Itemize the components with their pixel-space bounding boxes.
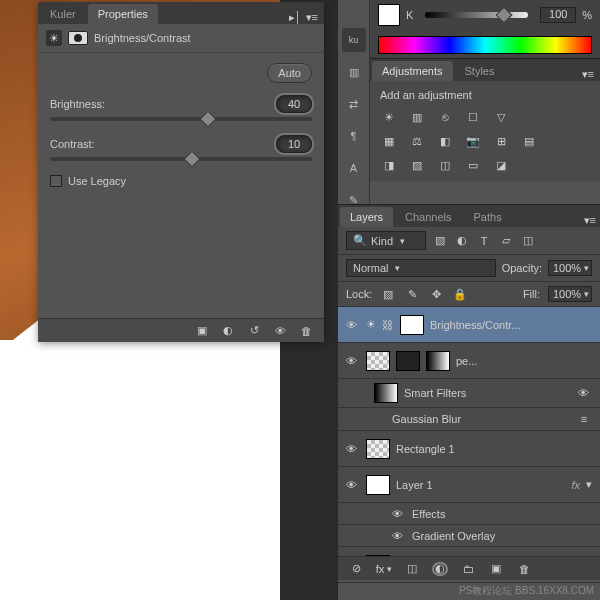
- tab-properties[interactable]: Properties: [88, 4, 158, 24]
- character-icon[interactable]: A: [342, 156, 366, 180]
- clip-icon[interactable]: ▣: [194, 324, 210, 338]
- lock-position-icon[interactable]: ✥: [428, 287, 444, 301]
- adj-bw-icon[interactable]: ◧: [436, 133, 454, 149]
- lock-transparency-icon[interactable]: ▧: [380, 287, 396, 301]
- adj-vibrance-icon[interactable]: ▽: [492, 109, 510, 125]
- adj-exposure-icon[interactable]: ☐: [464, 109, 482, 125]
- layer-1[interactable]: 👁 Layer 1 fx ▾: [338, 467, 600, 503]
- panel-menu-icon[interactable]: ▾≡: [582, 68, 594, 81]
- layer-mask-thumb[interactable]: [396, 351, 420, 371]
- tab-styles[interactable]: Styles: [455, 61, 505, 81]
- blend-mode-dropdown[interactable]: Normal: [346, 259, 496, 277]
- effects-row[interactable]: 👁 Effects: [338, 503, 600, 525]
- contrast-value[interactable]: 10: [276, 135, 312, 153]
- reset-icon[interactable]: ↺: [246, 324, 262, 338]
- layer-thumb[interactable]: [366, 439, 390, 459]
- mask-icon[interactable]: [68, 31, 88, 45]
- layer-filter-thumb[interactable]: [426, 351, 450, 371]
- k-slider[interactable]: [425, 12, 528, 18]
- layer-pe[interactable]: 👁 pe...: [338, 343, 600, 379]
- opacity-value[interactable]: 100%: [548, 260, 592, 276]
- visibility-toggle[interactable]: 👁: [346, 479, 360, 491]
- adj-posterize-icon[interactable]: ▨: [408, 157, 426, 173]
- panel-menu-icon[interactable]: ▾≡: [584, 214, 596, 226]
- filter-shape-icon[interactable]: ▱: [498, 234, 514, 248]
- filter-smart-icon[interactable]: ◫: [520, 234, 536, 248]
- spectrum-bar[interactable]: [378, 36, 592, 54]
- visibility-toggle[interactable]: 👁: [578, 387, 592, 399]
- layer-name[interactable]: Layer 1: [396, 479, 565, 491]
- adj-photo-filter-icon[interactable]: 📷: [464, 133, 482, 149]
- lock-all-icon[interactable]: 🔒: [452, 287, 468, 301]
- fx-badge[interactable]: fx: [571, 479, 580, 491]
- tab-channels[interactable]: Channels: [395, 207, 461, 227]
- new-group-icon[interactable]: 🗀: [460, 562, 476, 576]
- tab-adjustments[interactable]: Adjustments: [372, 61, 453, 81]
- chevron-down-icon[interactable]: ▾: [586, 478, 592, 491]
- adj-invert-icon[interactable]: ◨: [380, 157, 398, 173]
- layer-name[interactable]: Brightness/Contr...: [430, 319, 592, 331]
- fill-value[interactable]: 100%: [548, 286, 592, 302]
- adj-balance-icon[interactable]: ⚖: [408, 133, 426, 149]
- layer-name[interactable]: Rectangle 1: [396, 443, 592, 455]
- filter-type-icon[interactable]: T: [476, 234, 492, 248]
- adj-levels-icon[interactable]: ▥: [408, 109, 426, 125]
- visibility-icon[interactable]: 👁: [272, 324, 288, 338]
- effect-name[interactable]: Gradient Overlay: [412, 530, 592, 542]
- new-layer-icon[interactable]: ▣: [488, 562, 504, 576]
- adj-brightness-icon[interactable]: ☀: [380, 109, 398, 125]
- tab-layers[interactable]: Layers: [340, 207, 393, 227]
- filter-gaussian-blur[interactable]: Gaussian Blur ≡: [338, 408, 600, 431]
- layer-name[interactable]: pe...: [456, 355, 592, 367]
- use-legacy-checkbox[interactable]: [50, 175, 62, 187]
- adj-lookup-icon[interactable]: ▤: [520, 133, 538, 149]
- new-adjustment-icon[interactable]: ◐: [432, 562, 448, 576]
- link-icon[interactable]: ⛓: [382, 319, 394, 331]
- layer-rectangle-1[interactable]: 👁 Rectangle 1: [338, 431, 600, 467]
- effect-gradient-overlay[interactable]: 👁 Gradient Overlay: [338, 525, 600, 547]
- filter-adjust-icon[interactable]: ◐: [454, 234, 470, 248]
- collapse-icon[interactable]: ▸│: [289, 11, 302, 24]
- lock-pixels-icon[interactable]: ✎: [404, 287, 420, 301]
- brightness-value[interactable]: 40: [276, 95, 312, 113]
- contrast-slider[interactable]: [50, 157, 312, 161]
- visibility-toggle[interactable]: 👁: [346, 355, 360, 367]
- visibility-toggle[interactable]: 👁: [392, 530, 406, 542]
- view-previous-icon[interactable]: ◐: [220, 324, 236, 338]
- layer-thumb[interactable]: [366, 475, 390, 495]
- color-swatch[interactable]: [378, 4, 400, 26]
- visibility-toggle[interactable]: 👁: [346, 319, 360, 331]
- layer-mask-thumb[interactable]: [400, 315, 424, 335]
- fx-menu-icon[interactable]: fx: [376, 562, 392, 576]
- filter-mask-thumb[interactable]: [374, 383, 398, 403]
- paragraph-icon[interactable]: ¶: [342, 124, 366, 148]
- filter-blend-icon[interactable]: ≡: [576, 412, 592, 426]
- visibility-toggle[interactable]: 👁: [346, 443, 360, 455]
- smart-filters-row[interactable]: Smart Filters 👁: [338, 379, 600, 408]
- adj-threshold-icon[interactable]: ◫: [436, 157, 454, 173]
- filter-pixel-icon[interactable]: ▧: [432, 234, 448, 248]
- brightness-slider[interactable]: [50, 117, 312, 121]
- kind-dropdown[interactable]: 🔍 Kind: [346, 231, 426, 250]
- filter-name[interactable]: Gaussian Blur: [392, 413, 570, 425]
- k-value[interactable]: 100: [540, 7, 576, 23]
- adj-selective-icon[interactable]: ◪: [492, 157, 510, 173]
- add-mask-icon[interactable]: ◫: [404, 562, 420, 576]
- delete-layer-icon[interactable]: 🗑: [516, 562, 532, 576]
- histogram-icon[interactable]: ▥: [342, 60, 366, 84]
- link-layers-icon[interactable]: ⊘: [348, 562, 364, 576]
- auto-button[interactable]: Auto: [267, 63, 312, 83]
- layer-brightness-contrast[interactable]: 👁 ☀ ⛓ Brightness/Contr...: [338, 307, 600, 343]
- delete-icon[interactable]: 🗑: [298, 324, 314, 338]
- panel-menu-icon[interactable]: ▾≡: [306, 11, 318, 24]
- swap-icon[interactable]: ⇄: [342, 92, 366, 116]
- layer-thumb[interactable]: [366, 351, 390, 371]
- adj-gradient-map-icon[interactable]: ▭: [464, 157, 482, 173]
- adj-curves-icon[interactable]: ⎋: [436, 109, 454, 125]
- tab-paths[interactable]: Paths: [464, 207, 512, 227]
- adj-mixer-icon[interactable]: ⊞: [492, 133, 510, 149]
- visibility-toggle[interactable]: 👁: [392, 508, 406, 520]
- kuler-tab-icon[interactable]: ku: [342, 28, 366, 52]
- tab-kuler[interactable]: Kuler: [40, 4, 86, 24]
- adj-hue-icon[interactable]: ▦: [380, 133, 398, 149]
